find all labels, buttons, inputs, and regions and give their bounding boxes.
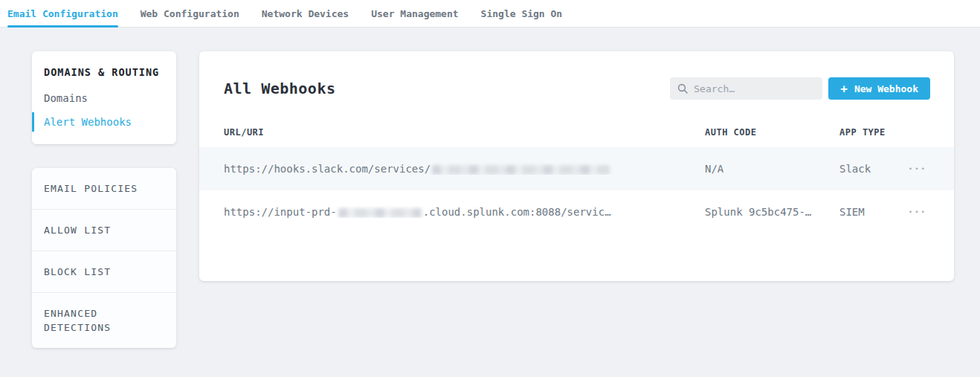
tab-network-devices[interactable]: Network Devices xyxy=(262,0,349,27)
sidebar-item-alert-webhooks[interactable]: Alert Webhooks xyxy=(44,116,164,128)
sidebar-item-email-policies[interactable]: EMAIL POLICIES xyxy=(32,168,176,210)
table-row[interactable]: https://hooks.slack.com/services/ N/A Sl… xyxy=(199,147,954,190)
webhook-auth-code: Splunk 9c5bc475-… xyxy=(705,206,839,218)
page-title: All Webhooks xyxy=(224,80,670,97)
sidebar-item-block-list[interactable]: BLOCK LIST xyxy=(32,251,176,293)
search-box[interactable] xyxy=(670,77,822,100)
page-content: DOMAINS & ROUTING Domains Alert Webhooks… xyxy=(0,28,980,348)
sidebar: DOMAINS & ROUTING Domains Alert Webhooks… xyxy=(32,51,176,348)
top-nav-bar: Email Configuration Web Configuration Ne… xyxy=(0,0,980,28)
sidebar-item-domains[interactable]: Domains xyxy=(44,92,164,104)
column-header-app-type: APP TYPE xyxy=(839,127,897,138)
column-header-url: URL/URI xyxy=(224,127,705,138)
webhook-url: https://hooks.slack.com/services/ xyxy=(224,163,705,175)
webhook-app-type: SIEM xyxy=(839,206,897,218)
row-menu-icon[interactable]: ••• xyxy=(909,208,930,216)
redacted-url-segment xyxy=(432,165,610,175)
webhook-auth-code: N/A xyxy=(705,163,839,175)
webhooks-panel: All Webhooks + New Webhook URL/URI AUTH … xyxy=(199,51,954,281)
domains-routing-card: DOMAINS & ROUTING Domains Alert Webhooks xyxy=(32,51,176,144)
tab-email-configuration[interactable]: Email Configuration xyxy=(7,0,118,27)
tab-web-configuration[interactable]: Web Configuration xyxy=(141,0,239,27)
policies-card: EMAIL POLICIES ALLOW LIST BLOCK LIST ENH… xyxy=(32,168,176,348)
redacted-url-segment xyxy=(338,208,422,218)
plus-icon: + xyxy=(840,82,848,96)
new-webhook-button[interactable]: + New Webhook xyxy=(828,77,930,100)
column-header-auth-code: AUTH CODE xyxy=(705,127,839,138)
sidebar-item-enhanced-detections[interactable]: ENHANCED DETECTIONS xyxy=(32,293,176,348)
webhook-url: https://input-prd-.cloud.splunk.com:8088… xyxy=(224,206,705,218)
tab-single-sign-on[interactable]: Single Sign On xyxy=(481,0,563,27)
search-icon xyxy=(677,83,688,94)
webhooks-table: URL/URI AUTH CODE APP TYPE https://hooks… xyxy=(199,117,954,233)
domains-routing-title: DOMAINS & ROUTING xyxy=(44,66,164,78)
tab-user-management[interactable]: User Management xyxy=(371,0,458,27)
webhook-app-type: Slack xyxy=(839,163,897,175)
sidebar-item-allow-list[interactable]: ALLOW LIST xyxy=(32,210,176,251)
webhooks-header: All Webhooks + New Webhook xyxy=(199,51,954,117)
search-input[interactable] xyxy=(694,83,815,94)
row-menu-icon[interactable]: ••• xyxy=(909,165,930,173)
table-row[interactable]: https://input-prd-.cloud.splunk.com:8088… xyxy=(199,190,954,233)
table-header-row: URL/URI AUTH CODE APP TYPE xyxy=(199,117,954,147)
new-webhook-label: New Webhook xyxy=(854,83,918,94)
